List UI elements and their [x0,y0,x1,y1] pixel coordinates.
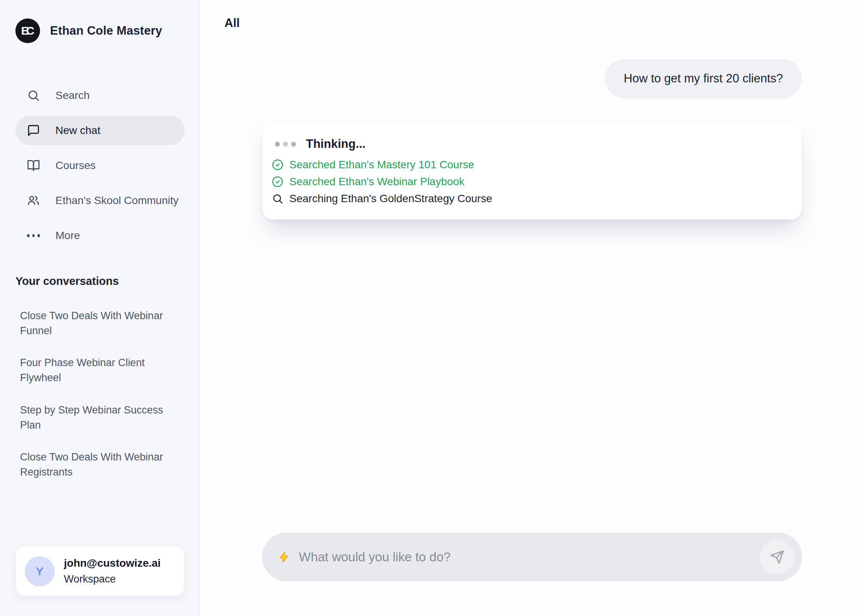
sidebar-item-label: More [55,229,80,242]
user-message-bubble: How to get my first 20 clients? [605,59,802,98]
thinking-step: Searched Ethan's Webinar Playbook [272,176,785,188]
lightning-icon [278,551,290,563]
book-open-icon [27,159,40,172]
sidebar-item-new-chat[interactable]: New chat [15,116,185,145]
sidebar: EC Ethan Cole Mastery Search New chat Co… [0,0,200,616]
page-title: All [200,16,864,30]
conversation-item[interactable]: Four Phase Webinar Client Flywheel [20,355,181,385]
user-info: john@custowize.ai Workspace [64,557,161,585]
user-account-card[interactable]: Y john@custowize.ai Workspace [16,547,184,596]
thinking-step: Searching Ethan's GoldenStrategy Course [272,192,785,205]
sidebar-item-label: Ethan's Skool Community [55,194,179,207]
thinking-steps: Searched Ethan's Mastery 101 Course Sear… [272,159,785,205]
thinking-step: Searched Ethan's Mastery 101 Course [272,159,785,171]
ellipsis-icon [27,234,40,237]
sidebar-item-courses[interactable]: Courses [15,151,185,180]
conversations-heading: Your conversations [15,275,199,288]
search-icon [272,193,283,204]
sidebar-item-more[interactable]: More [15,221,185,250]
check-circle-icon [272,159,283,171]
thinking-step-label: Searched Ethan's Mastery 101 Course [290,159,474,171]
main-area: All How to get my first 20 clients? Thin… [200,0,864,616]
thinking-step-label: Searching Ethan's GoldenStrategy Course [290,192,492,205]
thinking-step-label: Searched Ethan's Webinar Playbook [290,176,465,188]
sidebar-nav: Search New chat Courses Ethan's Skool Co… [15,81,185,250]
chat-bubble-icon [27,124,40,137]
thinking-header: Thinking... [272,137,785,151]
sidebar-item-label: Search [55,89,90,102]
chat-thread: How to get my first 20 clients? Thinking… [263,59,802,219]
conversation-item[interactable]: Step by Step Webinar Success Plan [20,403,181,433]
composer-input[interactable] [299,550,751,564]
app-logo: EC [15,18,40,43]
sidebar-item-label: New chat [55,124,100,137]
search-icon [27,89,40,102]
user-email: john@custowize.ai [64,557,161,569]
conversation-item[interactable]: Close Two Deals With Webinar Registrants [20,450,181,480]
send-button[interactable] [760,540,794,574]
conversation-item[interactable]: Close Two Deals With Webinar Funnel [20,308,181,338]
send-icon [770,550,784,564]
sidebar-item-label: Courses [55,159,95,172]
conversations-list: Close Two Deals With Webinar Funnel Four… [15,308,181,480]
check-circle-icon [272,176,283,187]
sidebar-item-skool-community[interactable]: Ethan's Skool Community [15,186,185,215]
sidebar-item-search[interactable]: Search [15,81,185,110]
brand: EC Ethan Cole Mastery [15,18,199,43]
users-icon [27,194,40,207]
loading-dots-icon [275,142,296,147]
assistant-thinking-card: Thinking... Searched Ethan's Mastery 101… [263,124,802,219]
app-title: Ethan Cole Mastery [50,24,162,38]
avatar: Y [25,556,55,586]
user-workspace-label: Workspace [64,573,161,585]
thinking-title: Thinking... [306,137,366,151]
message-composer [262,532,802,581]
